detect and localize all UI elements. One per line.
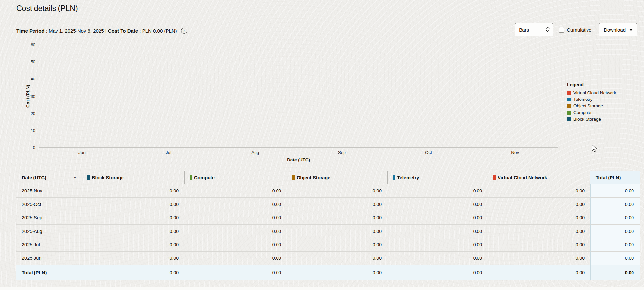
legend-swatch <box>567 117 571 121</box>
row-date: 2025-Nov <box>16 184 82 198</box>
legend-item-block-storage[interactable]: Block Storage <box>567 117 616 122</box>
x-tick-label: Nov <box>511 150 519 155</box>
time-period-value: May 1, 2025-Nov 6, 2025 <box>49 28 104 33</box>
row-date: 2025-Sep <box>16 211 82 225</box>
legend-item-object-storage[interactable]: Object Storage <box>567 103 616 108</box>
col-header-virtual-cloud-network[interactable]: Virtual Cloud Network <box>488 171 590 184</box>
grand-total-value: 0.00 <box>590 265 640 280</box>
legend-label: Telemetry <box>573 97 593 102</box>
x-axis-title: Date (UTC) <box>287 157 310 162</box>
y-tick-label: 0 <box>21 145 35 150</box>
chart-controls: Bars Cumulative Download <box>515 23 637 36</box>
info-icon[interactable]: i <box>181 28 187 34</box>
legend-item-compute[interactable]: Compute <box>567 110 616 115</box>
row-date: 2025-Jul <box>16 238 82 252</box>
col-header-label: Compute <box>194 175 215 180</box>
total-row-value: 0.00 <box>388 265 488 280</box>
y-tick-label: 30 <box>21 94 35 99</box>
chart-plot-area <box>39 45 558 148</box>
row-value: 0.00 <box>287 225 388 238</box>
col-header-compute[interactable]: Compute <box>185 171 287 184</box>
row-value: 0.00 <box>185 225 287 238</box>
total-row-label: Total (PLN) <box>16 265 82 280</box>
row-total-value: 0.00 <box>590 184 640 198</box>
row-value: 0.00 <box>82 184 185 198</box>
cost-analysis-page: Cost details (PLN) Time Period : May 1, … <box>0 0 644 290</box>
col-header-label: Telemetry <box>397 175 419 180</box>
col-header-label: Total (PLN) <box>596 175 621 180</box>
col-header-label: Virtual Cloud Network <box>498 175 547 180</box>
legend-item-virtual-cloud-network[interactable]: Virtual Cloud Network <box>567 90 616 95</box>
col-header-label: Date (UTC) <box>22 175 46 180</box>
gridline <box>364 45 364 147</box>
mouse-cursor-icon <box>591 145 598 153</box>
gridline <box>234 45 234 147</box>
cost-to-date-label: Cost To Date <box>108 28 138 33</box>
row-value: 0.00 <box>388 198 488 211</box>
time-period-summary: Time Period : May 1, 2025-Nov 6, 2025 | … <box>16 28 187 34</box>
table-header: Date (UTC)▼Block StorageComputeObject St… <box>16 171 640 184</box>
chart-type-select[interactable]: Bars <box>515 23 553 36</box>
divider: | <box>104 28 108 33</box>
legend-item-telemetry[interactable]: Telemetry <box>567 97 616 102</box>
row-value: 0.00 <box>388 238 488 252</box>
legend-label: Object Storage <box>573 103 603 108</box>
legend-items: Virtual Cloud NetworkTelemetryObject Sto… <box>567 90 616 122</box>
table-row: 2025-Nov0.000.000.000.000.000.00 <box>16 184 640 198</box>
col-header-total-pln[interactable]: Total (PLN) <box>590 171 640 184</box>
y-tick-label: 60 <box>21 42 35 48</box>
col-header-label: Block Storage <box>92 175 124 180</box>
legend-swatch <box>567 98 571 101</box>
row-value: 0.00 <box>287 198 388 211</box>
row-total-value: 0.00 <box>590 225 640 238</box>
sort-descending-icon[interactable]: ▼ <box>73 176 77 179</box>
row-value: 0.00 <box>287 252 388 265</box>
row-date: 2025-Oct <box>16 198 82 211</box>
column-swatch <box>393 175 395 180</box>
legend-swatch <box>567 91 571 95</box>
row-value: 0.00 <box>388 252 488 265</box>
table-row: 2025-Sep0.000.000.000.000.000.00 <box>16 211 640 225</box>
download-button[interactable]: Download <box>599 23 637 36</box>
colon: : <box>45 28 49 33</box>
col-header-telemetry[interactable]: Telemetry <box>388 171 488 184</box>
gridline <box>104 45 104 147</box>
legend-label: Virtual Cloud Network <box>573 90 616 95</box>
cumulative-label: Cumulative <box>567 27 591 33</box>
table-row: 2025-Jun0.000.000.000.000.000.00 <box>16 252 640 265</box>
download-label: Download <box>604 27 626 33</box>
row-total-value: 0.00 <box>590 252 640 265</box>
total-row-value: 0.00 <box>82 265 185 280</box>
total-row-value: 0.00 <box>287 265 388 280</box>
col-header-object-storage[interactable]: Object Storage <box>287 171 388 184</box>
colon: : <box>138 28 142 33</box>
table-body: 2025-Nov0.000.000.000.000.000.002025-Oct… <box>16 184 640 265</box>
row-value: 0.00 <box>488 238 590 252</box>
col-header-block-storage[interactable]: Block Storage <box>82 171 185 184</box>
column-swatch <box>190 175 192 180</box>
checkbox-box[interactable] <box>559 27 564 33</box>
row-value: 0.00 <box>388 211 488 225</box>
row-date: 2025-Jun <box>16 252 82 265</box>
table-row: 2025-Aug0.000.000.000.000.000.00 <box>16 225 640 238</box>
cost-details-table: Date (UTC)▼Block StorageComputeObject St… <box>16 171 640 280</box>
row-total-value: 0.00 <box>590 198 640 211</box>
row-value: 0.00 <box>185 252 287 265</box>
table-row: 2025-Jul0.000.000.000.000.000.00 <box>16 238 640 252</box>
row-value: 0.00 <box>82 252 185 265</box>
time-period-label: Time Period <box>16 28 45 33</box>
x-tick-label: Jun <box>78 150 86 155</box>
x-tick-label: Sep <box>338 150 346 155</box>
y-tick-label: 50 <box>21 59 35 65</box>
gridline <box>169 45 169 147</box>
gridline <box>299 45 299 147</box>
row-value: 0.00 <box>185 198 287 211</box>
row-value: 0.00 <box>185 211 287 225</box>
row-value: 0.00 <box>388 225 488 238</box>
row-value: 0.00 <box>82 211 185 225</box>
row-value: 0.00 <box>82 238 185 252</box>
col-header-date-utc[interactable]: Date (UTC)▼ <box>16 171 82 184</box>
table-row: 2025-Oct0.000.000.000.000.000.00 <box>16 198 640 211</box>
cumulative-checkbox[interactable]: Cumulative <box>559 27 591 33</box>
row-value: 0.00 <box>388 184 488 198</box>
